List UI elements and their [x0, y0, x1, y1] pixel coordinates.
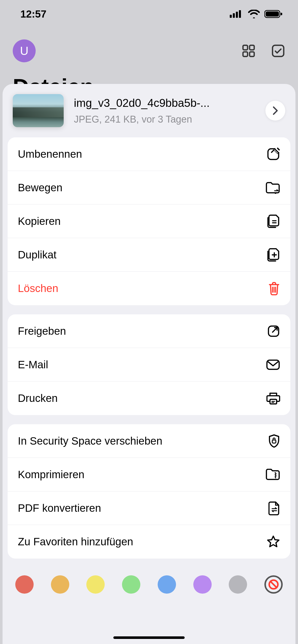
- rename-icon: [266, 147, 280, 161]
- pdf-convert-icon: [268, 501, 280, 515]
- action-group-2: Freigeben E-Mail Drucken: [8, 314, 290, 415]
- avatar-initial: U: [20, 44, 28, 58]
- copy-row[interactable]: Kopieren: [8, 204, 290, 238]
- shield-lock-icon: [268, 434, 280, 448]
- share-icon: [267, 325, 280, 338]
- status-time: 12:57: [20, 8, 46, 20]
- svg-rect-1: [233, 13, 235, 18]
- status-bar: 12:57: [0, 0, 298, 28]
- share-row[interactable]: Freigeben: [8, 314, 290, 348]
- security-space-label: In Security Space verschieben: [18, 435, 162, 447]
- svg-rect-2: [236, 12, 238, 18]
- move-folder-icon: [265, 182, 280, 194]
- tag-clear[interactable]: [264, 575, 283, 594]
- status-indicators: [230, 10, 283, 18]
- security-space-row[interactable]: In Security Space verschieben: [8, 424, 290, 458]
- avatar[interactable]: U: [13, 39, 36, 62]
- star-icon: [266, 535, 280, 548]
- rename-row[interactable]: Umbenennen: [8, 137, 290, 171]
- copy-icon: [266, 214, 280, 228]
- svg-rect-10: [243, 52, 248, 56]
- chevron-right-icon: [272, 106, 279, 116]
- wifi-icon: [248, 10, 260, 18]
- add-favorite-row[interactable]: Zu Favoriten hinzufügen: [8, 525, 290, 559]
- compress-row[interactable]: Komprimieren: [8, 458, 290, 491]
- tag-red[interactable]: [15, 575, 34, 594]
- svg-rect-9: [250, 45, 254, 50]
- tag-gray[interactable]: [229, 575, 247, 594]
- email-row[interactable]: E-Mail: [8, 348, 290, 382]
- action-sheet: img_v3_02d0_4c9bba5b-... JPEG, 241 KB, v…: [3, 84, 295, 644]
- trash-icon: [268, 282, 280, 295]
- file-name: img_v3_02d0_4c9bba5b-...: [74, 97, 255, 109]
- move-label: Bewegen: [18, 182, 62, 194]
- home-indicator: [113, 636, 185, 639]
- move-row[interactable]: Bewegen: [8, 171, 290, 204]
- delete-row[interactable]: Löschen: [8, 272, 290, 305]
- file-details-button[interactable]: [265, 101, 285, 121]
- select-icon[interactable]: [271, 44, 285, 58]
- convert-pdf-label: PDF konvertieren: [18, 502, 101, 514]
- tag-orange[interactable]: [51, 575, 69, 594]
- grid-view-icon[interactable]: [241, 44, 256, 58]
- duplicate-row[interactable]: Duplikat: [8, 238, 290, 272]
- file-header: img_v3_02d0_4c9bba5b-... JPEG, 241 KB, v…: [8, 94, 290, 137]
- tag-green[interactable]: [122, 575, 140, 594]
- svg-rect-6: [266, 11, 279, 17]
- share-label: Freigeben: [18, 325, 66, 337]
- tag-purple[interactable]: [193, 575, 212, 594]
- svg-rect-8: [243, 45, 248, 50]
- svg-rect-0: [230, 15, 232, 18]
- file-thumbnail: [13, 94, 64, 127]
- action-group-1: Umbenennen Bewegen Kopieren Duplikat Lös…: [8, 137, 290, 305]
- duplicate-icon: [266, 248, 280, 262]
- print-row[interactable]: Drucken: [8, 382, 290, 415]
- rename-label: Umbenennen: [18, 148, 82, 160]
- add-favorite-label: Zu Favoriten hinzufügen: [18, 536, 133, 548]
- delete-label: Löschen: [18, 282, 58, 295]
- cellular-icon: [230, 10, 243, 18]
- svg-rect-17: [272, 440, 276, 443]
- tag-yellow[interactable]: [86, 575, 105, 594]
- svg-rect-4: [239, 14, 241, 18]
- print-label: Drucken: [18, 392, 58, 404]
- convert-pdf-row[interactable]: PDF konvertieren: [8, 491, 290, 525]
- svg-rect-12: [273, 45, 284, 56]
- email-label: E-Mail: [18, 359, 48, 371]
- file-meta: JPEG, 241 KB, vor 3 Tagen: [74, 114, 255, 125]
- battery-icon: [264, 10, 283, 18]
- compress-label: Komprimieren: [18, 469, 84, 481]
- duplicate-label: Duplikat: [18, 249, 57, 261]
- print-icon: [266, 392, 280, 405]
- action-group-3: In Security Space verschieben Komprimier…: [8, 424, 290, 559]
- mail-icon: [266, 359, 280, 370]
- zip-folder-icon: [265, 469, 280, 480]
- svg-rect-11: [250, 52, 254, 56]
- color-tags-row: [8, 568, 290, 606]
- svg-rect-7: [281, 13, 282, 15]
- copy-label: Kopieren: [18, 215, 61, 227]
- svg-rect-15: [267, 360, 279, 369]
- tag-blue[interactable]: [158, 575, 176, 594]
